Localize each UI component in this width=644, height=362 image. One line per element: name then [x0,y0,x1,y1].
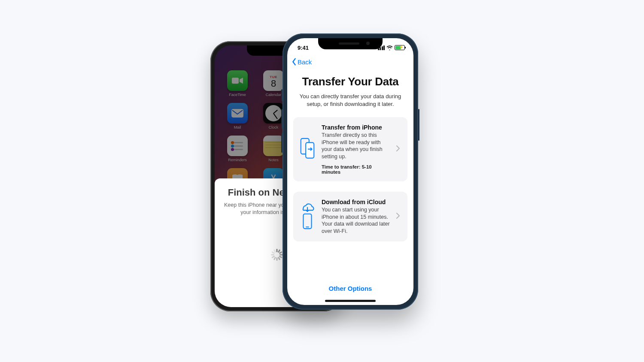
option-estimate: Time to transfer: 5-10 minutes [322,164,391,175]
option-transfer-from-iphone[interactable]: Transfer from iPhone Transfer directly s… [293,117,407,181]
clock-icon [263,103,284,124]
other-options-button[interactable]: Other Options [287,285,413,292]
app-mail[interactable]: Mail [224,103,251,130]
nav-bar: Back [287,55,413,68]
option-desc: You can start using your iPhone in about… [322,206,391,235]
app-label: FaceTime [224,93,251,97]
mail-icon [227,103,248,124]
notes-icon [263,136,284,156]
calendar-icon: TUE 8 [263,70,284,91]
facetime-icon [227,70,248,91]
battery-icon: ⚡ [395,45,405,50]
option-title: Download from iCloud [322,199,391,205]
app-label: Reminders [224,158,251,162]
notch [318,38,383,49]
new-iphone-device: 9:41 ⚡ Back Transfer Your Data You can d… [283,33,418,310]
calendar-day: 8 [271,79,276,88]
app-facetime[interactable]: FaceTime [224,70,251,97]
back-button[interactable]: Back [292,58,312,66]
option-desc: Transfer directly so this iPhone will be… [322,132,391,160]
page-title: Transfer Your Data [293,75,407,88]
chevron-right-icon [396,145,402,153]
back-label: Back [298,58,312,66]
svg-rect-1 [232,109,243,117]
svg-rect-0 [232,78,239,84]
chevron-right-icon [396,213,402,220]
icloud-download-icon [298,202,316,231]
option-download-from-icloud[interactable]: Download from iCloud You can start using… [293,192,407,241]
transfer-iphone-icon [298,137,316,161]
svg-rect-3 [306,143,314,158]
svg-rect-4 [303,214,311,228]
option-title: Transfer from iPhone [322,124,391,131]
status-time: 9:41 [298,45,309,51]
app-label: Mail [224,125,251,130]
loading-spinner-icon [271,249,283,261]
home-indicator[interactable] [325,300,376,302]
reminders-icon [227,136,248,156]
new-iphone-screen: 9:41 ⚡ Back Transfer Your Data You can d… [287,38,413,305]
page-subtitle: You can directly transfer your data duri… [296,93,405,108]
chevron-left-icon [292,58,297,66]
wifi-icon [386,45,393,50]
app-reminders[interactable]: Reminders [224,136,251,162]
